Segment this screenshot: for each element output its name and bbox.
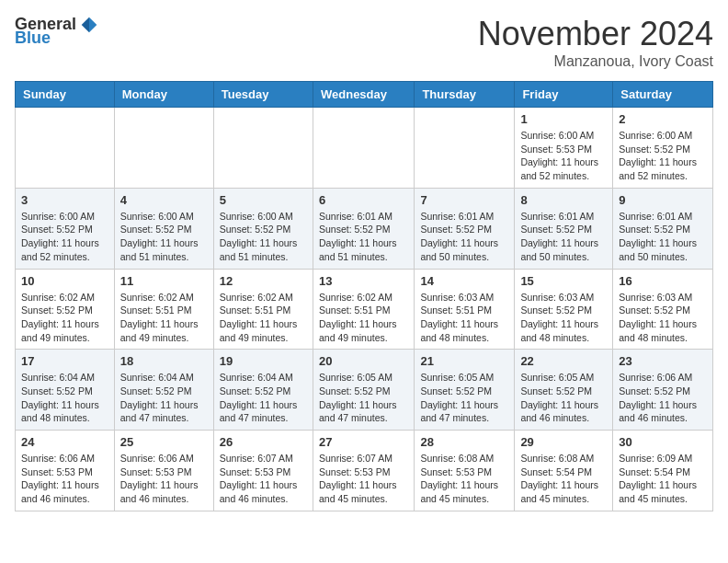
calendar-header-row: SundayMondayTuesdayWednesdayThursdayFrid… [16, 82, 713, 108]
day-info: Sunrise: 6:07 AM Sunset: 5:53 PM Dayligh… [220, 452, 307, 506]
day-number: 22 [520, 354, 607, 368]
calendar-cell: 4Sunrise: 6:00 AM Sunset: 5:52 PM Daylig… [114, 188, 213, 269]
day-number: 2 [619, 112, 707, 126]
day-number: 17 [21, 354, 108, 368]
logo-blue-text: Blue [15, 29, 51, 48]
day-info: Sunrise: 6:03 AM Sunset: 5:52 PM Dayligh… [619, 291, 707, 345]
column-header-wednesday: Wednesday [313, 82, 414, 108]
day-info: Sunrise: 6:00 AM Sunset: 5:52 PM Dayligh… [21, 210, 108, 264]
calendar-cell: 13Sunrise: 6:02 AM Sunset: 5:51 PM Dayli… [313, 269, 414, 350]
day-info: Sunrise: 6:01 AM Sunset: 5:52 PM Dayligh… [520, 210, 607, 264]
svg-marker-1 [82, 17, 89, 32]
day-info: Sunrise: 6:01 AM Sunset: 5:52 PM Dayligh… [619, 210, 707, 264]
column-header-monday: Monday [114, 82, 213, 108]
day-info: Sunrise: 6:00 AM Sunset: 5:52 PM Dayligh… [619, 129, 707, 183]
day-info: Sunrise: 6:00 AM Sunset: 5:52 PM Dayligh… [220, 210, 307, 264]
day-info: Sunrise: 6:08 AM Sunset: 5:53 PM Dayligh… [420, 452, 508, 506]
day-info: Sunrise: 6:07 AM Sunset: 5:53 PM Dayligh… [319, 452, 408, 506]
calendar-cell: 3Sunrise: 6:00 AM Sunset: 5:52 PM Daylig… [16, 188, 115, 269]
calendar-cell: 18Sunrise: 6:04 AM Sunset: 5:52 PM Dayli… [114, 350, 213, 431]
calendar-cell: 12Sunrise: 6:02 AM Sunset: 5:51 PM Dayli… [213, 269, 313, 350]
month-title: November 2024 [478, 15, 713, 53]
calendar-cell: 10Sunrise: 6:02 AM Sunset: 5:52 PM Dayli… [16, 269, 115, 350]
day-info: Sunrise: 6:06 AM Sunset: 5:53 PM Dayligh… [21, 452, 108, 506]
day-number: 1 [520, 112, 607, 126]
day-info: Sunrise: 6:04 AM Sunset: 5:52 PM Dayligh… [21, 371, 108, 425]
location-subtitle: Manzanoua, Ivory Coast [478, 53, 713, 70]
day-number: 7 [420, 193, 508, 207]
day-number: 15 [520, 274, 607, 288]
column-header-tuesday: Tuesday [213, 82, 313, 108]
day-number: 26 [220, 435, 307, 449]
calendar-cell [415, 108, 515, 189]
day-info: Sunrise: 6:00 AM Sunset: 5:52 PM Dayligh… [120, 210, 208, 264]
calendar-cell: 23Sunrise: 6:06 AM Sunset: 5:52 PM Dayli… [613, 350, 713, 431]
calendar-cell: 27Sunrise: 6:07 AM Sunset: 5:53 PM Dayli… [313, 431, 414, 511]
calendar-week-row: 3Sunrise: 6:00 AM Sunset: 5:52 PM Daylig… [16, 188, 713, 269]
calendar-cell: 21Sunrise: 6:05 AM Sunset: 5:52 PM Dayli… [415, 350, 515, 431]
logo: General Blue [15, 15, 98, 48]
calendar-cell: 8Sunrise: 6:01 AM Sunset: 5:52 PM Daylig… [515, 188, 613, 269]
day-info: Sunrise: 6:00 AM Sunset: 5:53 PM Dayligh… [520, 129, 607, 183]
column-header-sunday: Sunday [16, 82, 115, 108]
calendar-cell: 28Sunrise: 6:08 AM Sunset: 5:53 PM Dayli… [415, 431, 515, 511]
day-number: 4 [120, 193, 208, 207]
day-number: 25 [120, 435, 208, 449]
calendar-week-row: 1Sunrise: 6:00 AM Sunset: 5:53 PM Daylig… [16, 108, 713, 189]
calendar-cell: 11Sunrise: 6:02 AM Sunset: 5:51 PM Dayli… [114, 269, 213, 350]
calendar-cell [213, 108, 313, 189]
calendar-cell: 6Sunrise: 6:01 AM Sunset: 5:52 PM Daylig… [313, 188, 414, 269]
day-info: Sunrise: 6:04 AM Sunset: 5:52 PM Dayligh… [220, 371, 307, 425]
svg-marker-0 [89, 17, 97, 32]
calendar-cell: 29Sunrise: 6:08 AM Sunset: 5:54 PM Dayli… [515, 431, 613, 511]
day-number: 3 [21, 193, 108, 207]
calendar-cell: 20Sunrise: 6:05 AM Sunset: 5:52 PM Dayli… [313, 350, 414, 431]
column-header-thursday: Thursday [415, 82, 515, 108]
day-number: 6 [319, 193, 408, 207]
calendar-cell: 5Sunrise: 6:00 AM Sunset: 5:52 PM Daylig… [213, 188, 313, 269]
page-header: General Blue November 2024 Manzanoua, Iv… [15, 15, 713, 70]
calendar-cell: 19Sunrise: 6:04 AM Sunset: 5:52 PM Dayli… [213, 350, 313, 431]
day-number: 30 [619, 435, 707, 449]
calendar-cell: 25Sunrise: 6:06 AM Sunset: 5:53 PM Dayli… [114, 431, 213, 511]
logo-icon [80, 16, 98, 34]
day-number: 28 [420, 435, 508, 449]
calendar-cell: 7Sunrise: 6:01 AM Sunset: 5:52 PM Daylig… [415, 188, 515, 269]
day-info: Sunrise: 6:03 AM Sunset: 5:51 PM Dayligh… [420, 291, 508, 345]
day-info: Sunrise: 6:05 AM Sunset: 5:52 PM Dayligh… [420, 371, 508, 425]
calendar-cell: 1Sunrise: 6:00 AM Sunset: 5:53 PM Daylig… [515, 108, 613, 189]
day-info: Sunrise: 6:01 AM Sunset: 5:52 PM Dayligh… [319, 210, 408, 264]
day-info: Sunrise: 6:02 AM Sunset: 5:51 PM Dayligh… [120, 291, 208, 345]
title-block: November 2024 Manzanoua, Ivory Coast [478, 15, 713, 70]
column-header-friday: Friday [515, 82, 613, 108]
day-number: 5 [220, 193, 307, 207]
day-number: 20 [319, 354, 408, 368]
calendar-cell: 24Sunrise: 6:06 AM Sunset: 5:53 PM Dayli… [16, 431, 115, 511]
day-info: Sunrise: 6:02 AM Sunset: 5:52 PM Dayligh… [21, 291, 108, 345]
calendar-cell [313, 108, 414, 189]
day-number: 13 [319, 274, 408, 288]
day-info: Sunrise: 6:04 AM Sunset: 5:52 PM Dayligh… [120, 371, 208, 425]
day-number: 23 [619, 354, 707, 368]
day-number: 10 [21, 274, 108, 288]
day-info: Sunrise: 6:02 AM Sunset: 5:51 PM Dayligh… [220, 291, 307, 345]
day-number: 11 [120, 274, 208, 288]
column-header-saturday: Saturday [613, 82, 713, 108]
day-info: Sunrise: 6:09 AM Sunset: 5:54 PM Dayligh… [619, 452, 707, 506]
day-info: Sunrise: 6:05 AM Sunset: 5:52 PM Dayligh… [319, 371, 408, 425]
calendar-cell: 22Sunrise: 6:05 AM Sunset: 5:52 PM Dayli… [515, 350, 613, 431]
calendar-cell [114, 108, 213, 189]
day-number: 24 [21, 435, 108, 449]
day-number: 14 [420, 274, 508, 288]
calendar-cell: 2Sunrise: 6:00 AM Sunset: 5:52 PM Daylig… [613, 108, 713, 189]
day-info: Sunrise: 6:02 AM Sunset: 5:51 PM Dayligh… [319, 291, 408, 345]
calendar-cell: 15Sunrise: 6:03 AM Sunset: 5:52 PM Dayli… [515, 269, 613, 350]
calendar-week-row: 24Sunrise: 6:06 AM Sunset: 5:53 PM Dayli… [16, 431, 713, 511]
day-info: Sunrise: 6:06 AM Sunset: 5:52 PM Dayligh… [619, 371, 707, 425]
day-number: 21 [420, 354, 508, 368]
day-number: 9 [619, 193, 707, 207]
calendar-cell: 30Sunrise: 6:09 AM Sunset: 5:54 PM Dayli… [613, 431, 713, 511]
calendar-week-row: 17Sunrise: 6:04 AM Sunset: 5:52 PM Dayli… [16, 350, 713, 431]
calendar-table: SundayMondayTuesdayWednesdayThursdayFrid… [15, 81, 713, 511]
calendar-cell: 9Sunrise: 6:01 AM Sunset: 5:52 PM Daylig… [613, 188, 713, 269]
